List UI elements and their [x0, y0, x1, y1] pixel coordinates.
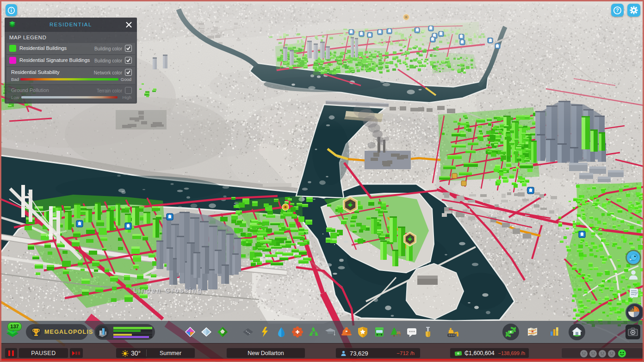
svg-text:Linden Crossing: Linden Crossing — [133, 287, 203, 294]
svg-text:?: ? — [616, 8, 619, 13]
